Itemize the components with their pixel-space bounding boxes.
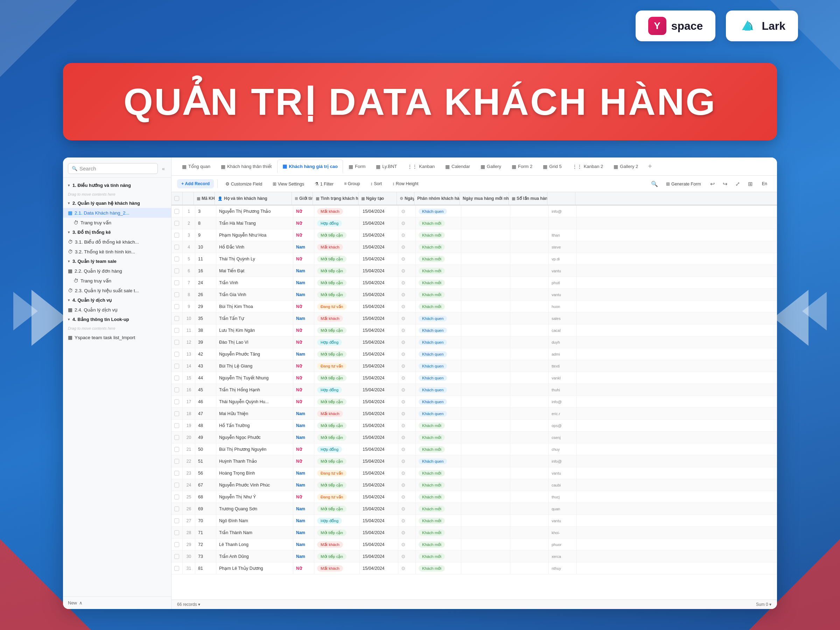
sidebar-collapse-button[interactable]: « <box>161 164 166 173</box>
row-link[interactable]: ⚙ <box>398 384 416 395</box>
row-checkbox[interactable] <box>174 471 179 476</box>
tab-gallery2[interactable]: ▦ Gallery 2 <box>609 160 643 173</box>
row-checkbox[interactable] <box>174 292 179 297</box>
row-link[interactable]: ⚙ <box>398 205 416 217</box>
row-link[interactable]: ⚙ <box>398 562 416 574</box>
sidebar-item-trang-truy-van-1[interactable]: ⏱ Trang truy vấn <box>63 218 171 227</box>
row-link[interactable]: ⚙ <box>398 408 416 419</box>
row-link[interactable]: ⚙ <box>398 360 416 372</box>
sidebar-section-team[interactable]: ▾ 3. Quản lý team sale <box>63 257 171 266</box>
row-link[interactable]: ⚙ <box>398 289 416 300</box>
add-tab-button[interactable]: + <box>644 159 656 173</box>
expand-button[interactable]: ⤢ <box>733 178 743 189</box>
row-link[interactable]: ⚙ <box>398 277 416 288</box>
row-link[interactable]: ⚙ <box>398 538 416 550</box>
sort-button[interactable]: ↕ Sort <box>366 179 386 188</box>
row-checkbox[interactable] <box>174 340 179 345</box>
redo-button[interactable]: ↪ <box>720 178 731 189</box>
row-link[interactable]: ⚙ <box>398 348 416 360</box>
row-link[interactable]: ⚙ <box>398 420 416 431</box>
settings-button[interactable]: ⊞ <box>745 178 756 189</box>
customize-field-button[interactable]: ⚙ Customize Field <box>221 179 266 189</box>
row-link[interactable]: ⚙ <box>398 515 416 526</box>
tab-tong-quan[interactable]: ▦ Tổng quan <box>177 160 215 173</box>
row-link[interactable]: ⚙ <box>398 527 416 538</box>
sidebar-item-trang-truy-van-2[interactable]: ⏱ Trang truy vấn <box>63 276 171 286</box>
generate-form-button[interactable]: ⊞ Generate Form <box>662 179 705 189</box>
row-checkbox[interactable] <box>174 423 179 428</box>
sidebar-item-hieu-suat[interactable]: ⏱ 2.3. Quản lý hiệu suất sale t... <box>63 286 171 295</box>
row-link[interactable]: ⚙ <box>398 324 416 336</box>
tab-calendar[interactable]: ▦ Calendar <box>440 160 475 173</box>
row-link[interactable]: ⚙ <box>398 467 416 479</box>
view-settings-button[interactable]: ⊞ View Settings <box>268 179 308 189</box>
row-link[interactable]: ⚙ <box>398 396 416 407</box>
col-header-count[interactable]: ▦ Số lần mua hàng <box>509 192 547 205</box>
row-link[interactable]: ⚙ <box>398 217 416 229</box>
row-link[interactable]: ⚙ <box>398 503 416 515</box>
col-header-ma[interactable]: ▦ Mã KH <box>194 192 215 205</box>
row-link[interactable]: ⚙ <box>398 444 416 455</box>
row-checkbox[interactable] <box>174 507 179 512</box>
row-checkbox[interactable] <box>174 352 179 357</box>
row-checkbox[interactable] <box>174 209 179 214</box>
header-checkbox[interactable] <box>174 196 179 201</box>
search-button[interactable]: 🔍 <box>649 178 660 189</box>
sidebar-item-import[interactable]: ▦ Yspace team task list_Import <box>63 333 171 342</box>
sidebar-item-data-khach-hang[interactable]: ▦ 2.1. Data Khách hàng_2... <box>63 208 171 218</box>
row-link[interactable]: ⚙ <box>398 336 416 348</box>
col-header-date[interactable]: ▦ Ngày tạo <box>358 192 397 205</box>
filter-button[interactable]: ⚗ 1 Filter <box>311 179 338 189</box>
tab-form[interactable]: ▦ Form <box>344 160 370 173</box>
row-link[interactable]: ⚙ <box>398 372 416 384</box>
tab-than-thiet[interactable]: ▦ Khách hàng thân thiết <box>216 160 276 173</box>
row-height-button[interactable]: ↕ Row Height <box>388 179 422 188</box>
row-checkbox[interactable] <box>174 542 179 547</box>
row-link[interactable]: ⚙ <box>398 313 416 324</box>
row-checkbox[interactable] <box>174 459 179 464</box>
tab-ly-bnt[interactable]: ▦ Ly.BNT <box>371 160 402 173</box>
row-checkbox[interactable] <box>174 387 179 392</box>
col-header-group[interactable]: Phân nhóm khách hàng <box>414 192 460 205</box>
sidebar-section-2[interactable]: ▾ 2. Quản lý quan hệ khách hàng <box>63 199 171 208</box>
tab-grid5[interactable]: ▦ Grid 5 <box>538 160 566 173</box>
col-header-gender[interactable]: ⊞ Giới tính <box>292 192 313 205</box>
row-link[interactable]: ⚙ <box>398 551 416 562</box>
row-checkbox[interactable] <box>174 328 179 333</box>
sidebar-item-bieu-do[interactable]: ⏱ 3.1. Biểu đồ thống kê khách... <box>63 237 171 247</box>
row-checkbox[interactable] <box>174 411 179 416</box>
row-checkbox[interactable] <box>174 316 179 321</box>
row-checkbox[interactable] <box>174 376 179 381</box>
sidebar-section-lookup[interactable]: ▾ 4. Bảng thông tin Look-up <box>63 315 171 324</box>
sidebar-section-1[interactable]: ▾ 1. Điều hướng và tính năng <box>63 181 171 190</box>
row-checkbox[interactable] <box>174 233 179 238</box>
row-checkbox[interactable] <box>174 399 179 404</box>
tab-gallery[interactable]: ▦ Gallery <box>476 160 506 173</box>
sidebar-section-3[interactable]: ▾ 3. Đồ thị thống kê <box>63 227 171 237</box>
row-link[interactable]: ⚙ <box>398 431 416 443</box>
records-count[interactable]: 66 records ▾ <box>177 602 200 607</box>
row-checkbox[interactable] <box>174 268 179 273</box>
row-checkbox[interactable] <box>174 530 179 535</box>
sidebar-item-dich-vu[interactable]: ▦ 2.4. Quản lý dịch vụ <box>63 305 171 315</box>
row-checkbox[interactable] <box>174 364 179 369</box>
sidebar-item-thong-ke[interactable]: ⏱ 3.2. Thống kê tình hình kin... <box>63 247 171 257</box>
col-header-name[interactable]: 👤 Họ và tên khách hàng <box>215 192 292 205</box>
row-link[interactable]: ⚙ <box>398 265 416 276</box>
row-link[interactable]: ⚙ <box>398 241 416 253</box>
col-header-status[interactable]: ▦ Tình trạng khách h... <box>313 192 358 205</box>
row-checkbox[interactable] <box>174 494 179 499</box>
group-button[interactable]: ≡ Group <box>340 179 364 188</box>
row-link[interactable]: ⚙ <box>398 491 416 503</box>
row-checkbox[interactable] <box>174 554 179 559</box>
row-link[interactable]: ⚙ <box>398 479 416 491</box>
sidebar-section-dichvu[interactable]: ▾ 4. Quản lý dịch vụ <box>63 295 171 305</box>
add-record-button[interactable]: + Add Record <box>177 179 214 188</box>
row-checkbox[interactable] <box>174 447 179 452</box>
row-link[interactable]: ⚙ <box>398 253 416 265</box>
row-checkbox[interactable] <box>174 566 179 571</box>
tab-gia-tri-cao[interactable]: ▦ Khách hàng giá trị cao <box>277 159 343 173</box>
row-checkbox[interactable] <box>174 435 179 440</box>
row-checkbox[interactable] <box>174 280 179 285</box>
row-checkbox[interactable] <box>174 245 179 249</box>
